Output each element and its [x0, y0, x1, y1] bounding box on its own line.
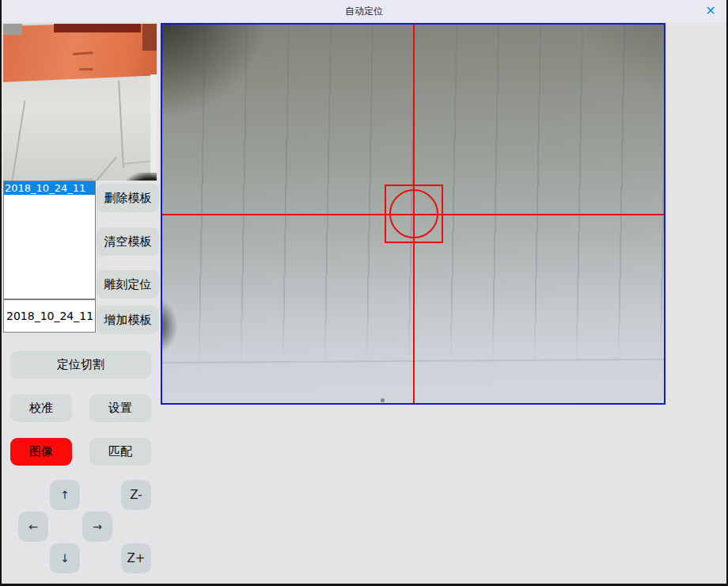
- thumbnail-dark-red-patch: [54, 24, 141, 32]
- jog-down-button[interactable]: ↓: [50, 543, 80, 573]
- settings-button[interactable]: 设置: [89, 394, 151, 422]
- thumbnail-light-band: [150, 74, 157, 181]
- auto-position-window: 自动定位 ✕ 2018_10_24_11 删除模板 清空模板 雕刻定位 增加模板…: [0, 0, 728, 586]
- thumbnail-beam-mark: [79, 68, 93, 70]
- thumbnail-tile-grout: [78, 157, 116, 181]
- clear-templates-button[interactable]: 清空模板: [97, 227, 159, 256]
- thumbnail-gray-patch: [3, 24, 22, 35]
- jog-up-button[interactable]: ↑: [50, 480, 80, 510]
- template-list[interactable]: 2018_10_24_11: [3, 181, 96, 299]
- target-circle: [389, 189, 438, 238]
- close-icon[interactable]: ✕: [703, 3, 719, 19]
- thumbnail-dark-object: [120, 173, 157, 181]
- engrave-position-button[interactable]: 雕刻定位: [97, 270, 159, 299]
- camera-thumbnail: [3, 24, 157, 181]
- title-bar: 自动定位 ✕: [2, 0, 726, 22]
- thumbnail-tile-grout: [118, 81, 124, 168]
- camera-view[interactable]: [161, 23, 665, 405]
- template-list-item[interactable]: 2018_10_24_11: [4, 181, 95, 195]
- camera-edge-shadow: [161, 299, 178, 354]
- jog-left-button[interactable]: ←: [18, 512, 48, 542]
- add-template-button[interactable]: 增加模板: [97, 306, 159, 334]
- thumbnail-tile-grout: [8, 101, 26, 181]
- match-button[interactable]: 匹配: [89, 438, 151, 466]
- window-title: 自动定位: [345, 5, 383, 18]
- thumbnail-beam-dark-end: [142, 24, 157, 51]
- position-cut-button[interactable]: 定位切割: [10, 351, 151, 379]
- calibrate-button[interactable]: 校准: [10, 394, 72, 422]
- delete-template-button[interactable]: 删除模板: [97, 184, 159, 212]
- template-name-input[interactable]: [3, 299, 96, 333]
- camera-spot: [381, 398, 385, 402]
- jog-right-button[interactable]: →: [82, 512, 112, 542]
- image-button[interactable]: 图像: [10, 438, 72, 466]
- z-minus-button[interactable]: Z-: [121, 480, 151, 510]
- z-plus-button[interactable]: Z+: [121, 543, 151, 573]
